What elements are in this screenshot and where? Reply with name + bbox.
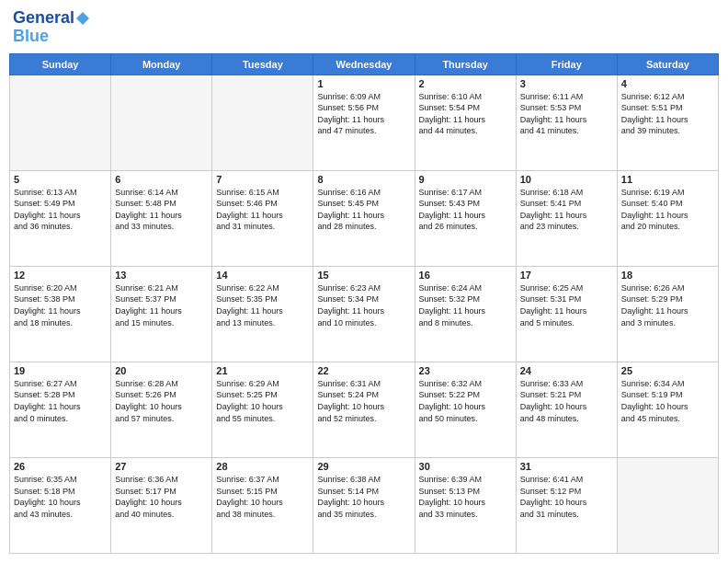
day-number: 30 <box>419 461 512 472</box>
day-info: Sunrise: 6:32 AM Sunset: 5:22 PM Dayligh… <box>419 378 512 424</box>
calendar-cell <box>212 75 313 170</box>
day-number: 19 <box>14 365 107 376</box>
day-info: Sunrise: 6:16 AM Sunset: 5:45 PM Dayligh… <box>317 187 410 233</box>
day-info: Sunrise: 6:31 AM Sunset: 5:24 PM Dayligh… <box>317 378 410 424</box>
day-number: 7 <box>216 174 309 185</box>
day-number: 26 <box>14 461 107 472</box>
header: General Blue <box>9 9 719 46</box>
day-info: Sunrise: 6:15 AM Sunset: 5:46 PM Dayligh… <box>216 187 309 233</box>
day-number: 21 <box>216 365 309 376</box>
day-info: Sunrise: 6:41 AM Sunset: 5:12 PM Dayligh… <box>520 474 613 520</box>
calendar-cell: 22Sunrise: 6:31 AM Sunset: 5:24 PM Dayli… <box>313 362 415 457</box>
day-info: Sunrise: 6:13 AM Sunset: 5:49 PM Dayligh… <box>14 187 107 233</box>
day-header-tuesday: Tuesday <box>212 53 313 75</box>
calendar-cell: 1Sunrise: 6:09 AM Sunset: 5:56 PM Daylig… <box>313 75 415 170</box>
day-number: 23 <box>419 365 512 376</box>
calendar-cell <box>10 75 111 170</box>
day-number: 29 <box>317 461 410 472</box>
day-number: 18 <box>621 270 714 281</box>
calendar-cell: 4Sunrise: 6:12 AM Sunset: 5:51 PM Daylig… <box>617 75 718 170</box>
calendar-cell: 7Sunrise: 6:15 AM Sunset: 5:46 PM Daylig… <box>212 170 313 266</box>
calendar-cell: 2Sunrise: 6:10 AM Sunset: 5:54 PM Daylig… <box>415 75 516 170</box>
day-info: Sunrise: 6:26 AM Sunset: 5:29 PM Dayligh… <box>621 282 714 328</box>
calendar-page: General Blue SundayMondayTuesdayWednesda… <box>0 0 728 563</box>
day-number: 27 <box>115 461 208 472</box>
day-info: Sunrise: 6:18 AM Sunset: 5:41 PM Dayligh… <box>520 187 613 233</box>
calendar-cell: 15Sunrise: 6:23 AM Sunset: 5:34 PM Dayli… <box>313 266 415 362</box>
calendar-cell: 18Sunrise: 6:26 AM Sunset: 5:29 PM Dayli… <box>617 266 718 362</box>
calendar-cell: 10Sunrise: 6:18 AM Sunset: 5:41 PM Dayli… <box>516 170 617 266</box>
calendar-cell: 27Sunrise: 6:36 AM Sunset: 5:17 PM Dayli… <box>111 457 212 553</box>
day-number: 13 <box>115 270 208 281</box>
calendar-cell: 9Sunrise: 6:17 AM Sunset: 5:43 PM Daylig… <box>415 170 516 266</box>
day-number: 11 <box>621 174 714 185</box>
day-info: Sunrise: 6:33 AM Sunset: 5:21 PM Dayligh… <box>520 378 613 424</box>
day-info: Sunrise: 6:14 AM Sunset: 5:48 PM Dayligh… <box>115 187 208 233</box>
day-info: Sunrise: 6:25 AM Sunset: 5:31 PM Dayligh… <box>520 282 613 328</box>
day-number: 20 <box>115 365 208 376</box>
day-number: 17 <box>520 270 613 281</box>
logo-text-general: General <box>13 9 74 28</box>
day-info: Sunrise: 6:28 AM Sunset: 5:26 PM Dayligh… <box>115 378 208 424</box>
day-header-sunday: Sunday <box>10 53 111 75</box>
calendar-cell: 8Sunrise: 6:16 AM Sunset: 5:45 PM Daylig… <box>313 170 415 266</box>
calendar-cell: 31Sunrise: 6:41 AM Sunset: 5:12 PM Dayli… <box>516 457 617 553</box>
day-info: Sunrise: 6:36 AM Sunset: 5:17 PM Dayligh… <box>115 474 208 520</box>
day-info: Sunrise: 6:22 AM Sunset: 5:35 PM Dayligh… <box>216 282 309 328</box>
day-number: 5 <box>14 174 107 185</box>
calendar-cell: 14Sunrise: 6:22 AM Sunset: 5:35 PM Dayli… <box>212 266 313 362</box>
day-number: 3 <box>520 78 613 89</box>
day-info: Sunrise: 6:37 AM Sunset: 5:15 PM Dayligh… <box>216 474 309 520</box>
day-info: Sunrise: 6:39 AM Sunset: 5:13 PM Dayligh… <box>419 474 512 520</box>
day-number: 6 <box>115 174 208 185</box>
day-info: Sunrise: 6:21 AM Sunset: 5:37 PM Dayligh… <box>115 282 208 328</box>
calendar-cell: 12Sunrise: 6:20 AM Sunset: 5:38 PM Dayli… <box>10 266 111 362</box>
logo-icon <box>76 12 89 25</box>
calendar-cell: 24Sunrise: 6:33 AM Sunset: 5:21 PM Dayli… <box>516 362 617 457</box>
day-header-friday: Friday <box>516 53 617 75</box>
day-number: 28 <box>216 461 309 472</box>
day-info: Sunrise: 6:10 AM Sunset: 5:54 PM Dayligh… <box>419 91 512 137</box>
day-header-wednesday: Wednesday <box>313 53 415 75</box>
day-info: Sunrise: 6:19 AM Sunset: 5:40 PM Dayligh… <box>621 187 714 233</box>
calendar-cell: 28Sunrise: 6:37 AM Sunset: 5:15 PM Dayli… <box>212 457 313 553</box>
calendar-cell: 26Sunrise: 6:35 AM Sunset: 5:18 PM Dayli… <box>10 457 111 553</box>
calendar-cell: 29Sunrise: 6:38 AM Sunset: 5:14 PM Dayli… <box>313 457 415 553</box>
day-number: 4 <box>621 78 714 89</box>
calendar-table: SundayMondayTuesdayWednesdayThursdayFrid… <box>9 53 719 554</box>
day-number: 9 <box>419 174 512 185</box>
day-info: Sunrise: 6:35 AM Sunset: 5:18 PM Dayligh… <box>14 474 107 520</box>
day-number: 16 <box>419 270 512 281</box>
day-number: 22 <box>317 365 410 376</box>
calendar-cell: 23Sunrise: 6:32 AM Sunset: 5:22 PM Dayli… <box>415 362 516 457</box>
day-number: 24 <box>520 365 613 376</box>
calendar-cell: 11Sunrise: 6:19 AM Sunset: 5:40 PM Dayli… <box>617 170 718 266</box>
calendar-cell: 5Sunrise: 6:13 AM Sunset: 5:49 PM Daylig… <box>10 170 111 266</box>
day-number: 1 <box>317 78 410 89</box>
day-info: Sunrise: 6:20 AM Sunset: 5:38 PM Dayligh… <box>14 282 107 328</box>
day-number: 15 <box>317 270 410 281</box>
logo: General Blue <box>13 9 89 46</box>
day-info: Sunrise: 6:17 AM Sunset: 5:43 PM Dayligh… <box>419 187 512 233</box>
calendar-cell: 17Sunrise: 6:25 AM Sunset: 5:31 PM Dayli… <box>516 266 617 362</box>
day-number: 14 <box>216 270 309 281</box>
calendar-cell: 21Sunrise: 6:29 AM Sunset: 5:25 PM Dayli… <box>212 362 313 457</box>
calendar-cell: 25Sunrise: 6:34 AM Sunset: 5:19 PM Dayli… <box>617 362 718 457</box>
calendar-cell: 30Sunrise: 6:39 AM Sunset: 5:13 PM Dayli… <box>415 457 516 553</box>
day-number: 12 <box>14 270 107 281</box>
calendar-cell: 16Sunrise: 6:24 AM Sunset: 5:32 PM Dayli… <box>415 266 516 362</box>
calendar-cell: 6Sunrise: 6:14 AM Sunset: 5:48 PM Daylig… <box>111 170 212 266</box>
day-number: 10 <box>520 174 613 185</box>
day-info: Sunrise: 6:23 AM Sunset: 5:34 PM Dayligh… <box>317 282 410 328</box>
day-number: 31 <box>520 461 613 472</box>
day-header-thursday: Thursday <box>415 53 516 75</box>
calendar-cell: 20Sunrise: 6:28 AM Sunset: 5:26 PM Dayli… <box>111 362 212 457</box>
day-info: Sunrise: 6:12 AM Sunset: 5:51 PM Dayligh… <box>621 91 714 137</box>
calendar-cell <box>617 457 718 553</box>
calendar-cell <box>111 75 212 170</box>
svg-marker-0 <box>76 12 89 25</box>
calendar-cell: 3Sunrise: 6:11 AM Sunset: 5:53 PM Daylig… <box>516 75 617 170</box>
day-info: Sunrise: 6:34 AM Sunset: 5:19 PM Dayligh… <box>621 378 714 424</box>
day-info: Sunrise: 6:24 AM Sunset: 5:32 PM Dayligh… <box>419 282 512 328</box>
day-header-saturday: Saturday <box>617 53 718 75</box>
